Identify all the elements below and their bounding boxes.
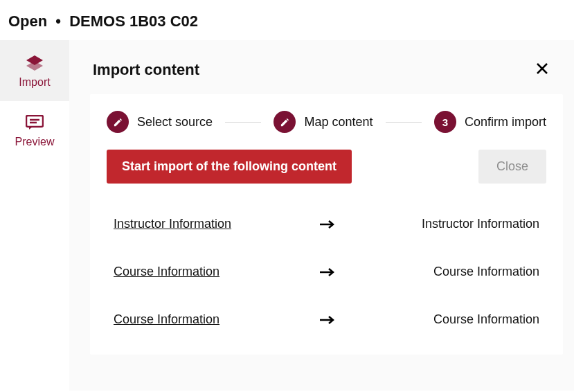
mapping-target: Instructor Information (369, 217, 539, 231)
step-connector (386, 122, 422, 123)
step-label: Confirm import (465, 115, 546, 130)
svg-marker-1 (26, 61, 43, 71)
message-icon (26, 115, 44, 130)
mapping-source-link[interactable]: Course Information (114, 312, 284, 327)
import-panel: Select source Map content 3 Confirm impo… (90, 94, 563, 355)
sidebar-item-label: Preview (15, 136, 55, 148)
breadcrumb: Open • DEMOS 1B03 C02 (0, 0, 574, 40)
page-title: Import content (93, 61, 199, 79)
breadcrumb-status: Open (8, 12, 47, 30)
close-panel-button[interactable]: Close (478, 150, 546, 184)
stepper: Select source Map content 3 Confirm impo… (107, 111, 546, 145)
mapping-target: Course Information (369, 265, 539, 279)
sidebar-item-import[interactable]: Import (0, 40, 69, 101)
step-confirm-import[interactable]: 3 Confirm import (434, 111, 546, 133)
action-row: Start import of the following content Cl… (107, 145, 546, 188)
step-label: Select source (137, 115, 213, 130)
start-import-button[interactable]: Start import of the following content (107, 150, 352, 184)
mapping-source-link[interactable]: Course Information (114, 265, 284, 279)
mapping-target: Course Information (369, 312, 539, 327)
breadcrumb-separator: • (51, 12, 65, 30)
content-area: Import content Select source (69, 40, 574, 391)
arrow-right-icon (305, 267, 348, 278)
mapping-row: Instructor Information Instructor Inform… (107, 200, 546, 248)
step-map-content[interactable]: Map content (273, 111, 373, 133)
arrow-right-icon (305, 314, 348, 326)
pencil-icon (107, 111, 129, 133)
mapping-row: Course Information Course Information (107, 296, 546, 344)
svg-rect-2 (26, 116, 43, 127)
close-button[interactable] (534, 62, 550, 78)
sidebar-item-label: Import (19, 76, 50, 89)
step-connector (225, 122, 261, 123)
step-label: Map content (304, 115, 373, 130)
arrow-right-icon (305, 219, 348, 230)
sidebar: Import Preview (0, 40, 69, 391)
mapping-list: Instructor Information Instructor Inform… (107, 200, 546, 344)
step-select-source[interactable]: Select source (107, 111, 213, 133)
sidebar-item-preview[interactable]: Preview (0, 101, 69, 161)
content-header: Import content (69, 40, 574, 86)
breadcrumb-course: DEMOS 1B03 C02 (69, 12, 198, 30)
step-number-badge: 3 (434, 111, 456, 133)
app-shell: Import Preview Import content (0, 40, 574, 391)
mapping-source-link[interactable]: Instructor Information (114, 217, 284, 231)
mapping-row: Course Information Course Information (107, 248, 546, 296)
close-icon (536, 62, 548, 78)
layers-icon (26, 54, 44, 71)
pencil-icon (273, 111, 296, 133)
